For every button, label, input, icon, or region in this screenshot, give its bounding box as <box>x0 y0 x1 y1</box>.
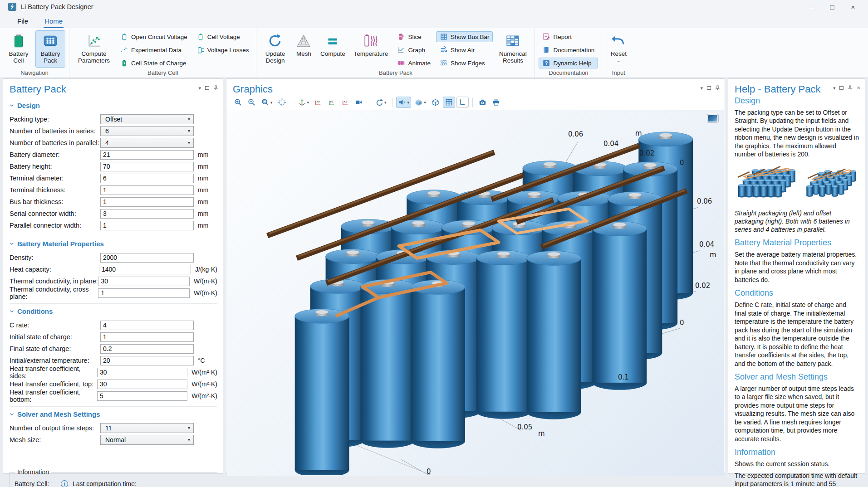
output-time-steps-select[interactable]: 11▾ <box>100 423 194 433</box>
svg-text:yz: yz <box>330 99 333 103</box>
section-material: Battery Material Properties Density: Hea… <box>10 236 217 303</box>
reset-button[interactable]: Reset ⌄ <box>606 30 631 68</box>
zoom-out-button[interactable] <box>245 97 258 108</box>
battery-cell-button[interactable]: Battery Cell <box>4 30 34 68</box>
temperature-button[interactable]: Temperature <box>350 30 392 68</box>
show-bus-bar-icon <box>440 33 448 41</box>
bus-bar-thickness-input[interactable] <box>100 197 194 207</box>
mesh-button[interactable]: Mesh <box>292 30 315 68</box>
reset-caret-icon[interactable]: ⌄ <box>617 58 620 63</box>
help-heading-material: Battery Material Properties <box>735 238 859 248</box>
show-edges-button[interactable]: Show Edges <box>436 58 493 68</box>
view-xz-button[interactable]: xz <box>339 97 352 108</box>
tab-file[interactable]: File <box>11 15 34 28</box>
axis-view-button[interactable] <box>456 97 469 108</box>
section-solver-header[interactable]: Solver and Mesh Settings <box>10 410 217 418</box>
panel-close-icon[interactable]: × <box>857 86 860 90</box>
maximize-button[interactable]: □ <box>822 0 843 14</box>
update-design-button[interactable]: Update Design <box>260 30 290 68</box>
serial-connector-width-input[interactable] <box>100 209 194 219</box>
documentation-button[interactable]: Documentation <box>539 44 598 55</box>
show-air-button[interactable]: Show Air <box>436 44 493 55</box>
thermal-conductivity-cross-plane-input[interactable] <box>98 288 190 298</box>
minimize-button[interactable]: – <box>801 0 822 14</box>
batteries-series-select[interactable]: 6▾ <box>100 126 194 136</box>
close-button[interactable]: × <box>843 0 863 14</box>
show-bus-bar-button[interactable]: Show Bus Bar <box>436 31 493 42</box>
battery-pack-button[interactable]: Battery Pack <box>35 30 65 68</box>
panel-collapse-icon[interactable]: ▾ <box>833 86 836 90</box>
report-label: Report <box>553 34 572 40</box>
panel-pin-icon[interactable] <box>213 85 218 91</box>
panel-pin-icon[interactable] <box>848 85 853 91</box>
compute-button[interactable]: Compute <box>317 30 348 68</box>
graphics-context-button[interactable] <box>707 114 719 123</box>
slice-button[interactable]: Slice <box>393 31 434 42</box>
packing-type-select[interactable]: Offset▾ <box>100 114 194 124</box>
caret-icon[interactable]: ▾ <box>307 100 309 105</box>
panel-float-icon[interactable] <box>205 86 209 90</box>
print-button[interactable] <box>490 97 502 108</box>
packing-type-label: Packing type: <box>10 116 100 123</box>
panel-collapse-icon[interactable]: ▾ <box>700 86 703 90</box>
panel-float-icon[interactable] <box>839 86 843 90</box>
graphics-canvas[interactable]: 0.06 0.04 0.02 0 m 0.06 0.04 m 0.02 0 0.… <box>227 110 724 476</box>
heat-capacity-input[interactable] <box>99 265 191 274</box>
tab-home[interactable]: Home <box>38 15 69 28</box>
c-rate-label: C rate: <box>10 321 100 329</box>
zoom-in-button[interactable] <box>232 97 244 108</box>
battery-height-input[interactable] <box>100 162 194 171</box>
batteries-parallel-select[interactable]: 4▾ <box>100 138 194 148</box>
numerical-results-button[interactable]: Numerical Results <box>495 30 531 68</box>
initial-soc-input[interactable] <box>100 332 194 342</box>
scene-camera-button[interactable] <box>353 97 365 108</box>
wireframe-button[interactable] <box>429 97 441 108</box>
graph-button[interactable]: Graph <box>393 44 434 55</box>
zoom-box-button[interactable]: ▾ <box>259 97 275 108</box>
screenshot-button[interactable] <box>476 97 489 108</box>
heat-transfer-top-input[interactable] <box>97 380 187 389</box>
help-text-information-1: Shows the current session status. <box>735 460 859 468</box>
open-circuit-voltage-button[interactable]: Open Circuit Voltage <box>117 31 191 42</box>
section-material-header[interactable]: Battery Material Properties <box>10 240 217 248</box>
panel-collapse-icon[interactable]: ▾ <box>198 86 201 90</box>
heat-transfer-bottom-input[interactable] <box>97 391 187 401</box>
speaker-toggle-button[interactable]: ▾ <box>396 97 412 108</box>
heat-transfer-sides-input[interactable] <box>97 368 187 377</box>
default-view-button[interactable]: ▾ <box>296 97 311 108</box>
grid-toggle-button[interactable] <box>443 97 455 108</box>
terminal-diameter-input[interactable] <box>100 174 194 183</box>
panel-pin-icon[interactable] <box>715 85 720 91</box>
group-label-battery-cell: Battery Cell <box>71 69 254 78</box>
compute-parameters-button[interactable]: Compute Parameters <box>73 30 115 68</box>
section-design-header[interactable]: Design <box>10 102 217 109</box>
animate-button[interactable]: Animate <box>393 58 434 68</box>
transparency-button[interactable]: ▾ <box>412 97 428 108</box>
mesh-size-select[interactable]: Normal▾ <box>100 435 194 445</box>
parallel-connector-width-input[interactable] <box>100 221 194 230</box>
caret-icon[interactable]: ▾ <box>384 100 387 105</box>
experimental-data-button[interactable]: Experimental Data <box>117 44 191 55</box>
view-xy-button[interactable]: xy <box>312 97 324 108</box>
thermal-conductivity-in-plane-input[interactable] <box>98 277 190 286</box>
battery-diameter-input[interactable] <box>100 150 194 160</box>
view-yz-button[interactable]: yz <box>326 97 338 108</box>
report-button[interactable]: Report <box>539 31 598 42</box>
info-battery-cell-label: Battery Cell: <box>15 480 56 487</box>
cell-state-of-charge-button[interactable]: Cell State of Charge <box>117 58 191 68</box>
final-soc-input[interactable] <box>100 344 194 354</box>
zoom-extents-button[interactable] <box>276 97 288 108</box>
voltage-losses-button[interactable]: Voltage Losses <box>193 44 253 55</box>
c-rate-input[interactable] <box>100 321 194 330</box>
cell-voltage-button[interactable]: Cell Voltage <box>193 31 253 42</box>
section-conditions-header[interactable]: Conditions <box>10 307 217 315</box>
density-input[interactable] <box>100 253 194 263</box>
caret-icon[interactable]: ▾ <box>407 100 410 105</box>
caret-icon[interactable]: ▾ <box>424 100 426 105</box>
terminal-thickness-input[interactable] <box>100 185 194 195</box>
panel-float-icon[interactable] <box>707 86 711 90</box>
rotate-button[interactable]: ▾ <box>373 97 388 108</box>
dynamic-help-button[interactable]: ? Dynamic Help <box>539 58 598 68</box>
caret-icon[interactable]: ▾ <box>270 100 273 105</box>
initial-external-temperature-input[interactable] <box>100 356 194 365</box>
